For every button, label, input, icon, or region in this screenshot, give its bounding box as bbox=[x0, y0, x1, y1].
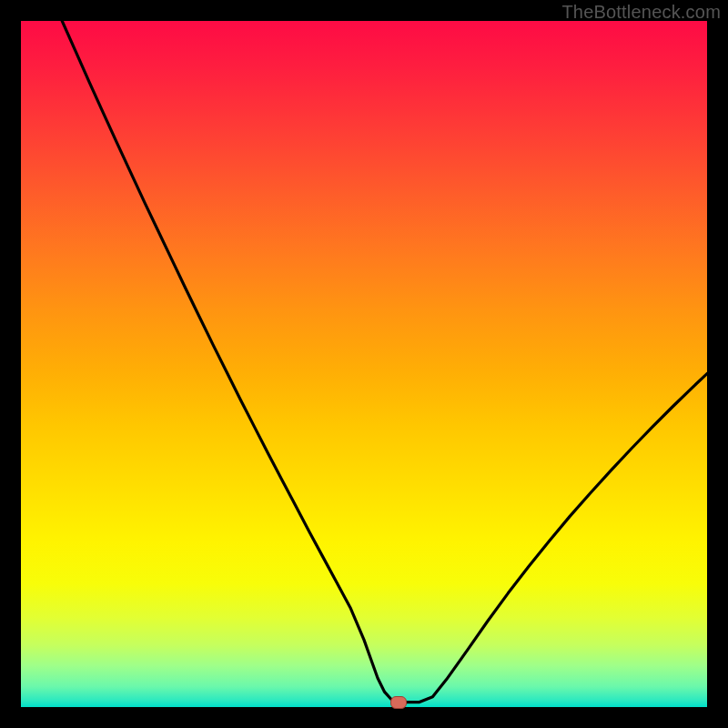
watermark-text: TheBottleneck.com bbox=[561, 2, 721, 23]
plot-frame bbox=[21, 21, 707, 707]
bottleneck-curve bbox=[62, 21, 707, 703]
optimum-marker bbox=[390, 696, 407, 709]
curve-layer bbox=[21, 21, 707, 707]
chart-canvas: TheBottleneck.com bbox=[0, 0, 728, 728]
plot-area bbox=[21, 21, 707, 707]
